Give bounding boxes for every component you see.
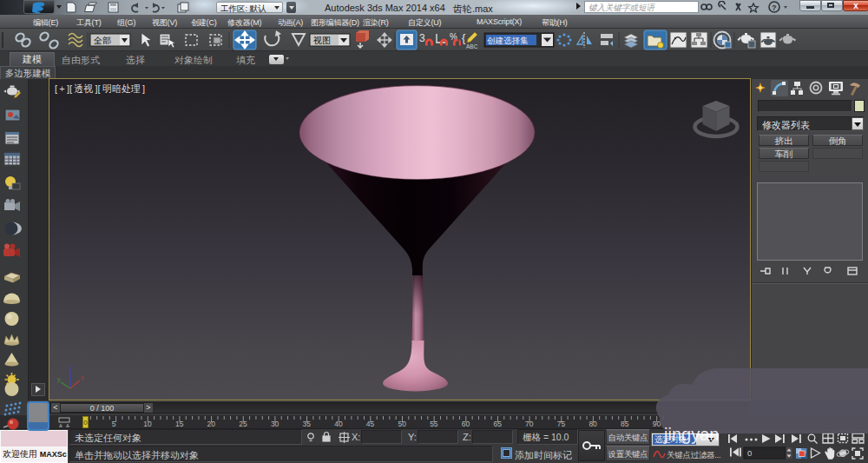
svg-text:?: ?	[772, 3, 777, 12]
svg-text:0: 0	[747, 448, 752, 458]
svg-text:3: 3	[419, 32, 425, 44]
svg-text:创建选择集: 创建选择集	[487, 36, 529, 45]
svg-text:视图: 视图	[313, 36, 331, 45]
svg-text:全部: 全部	[93, 36, 111, 45]
svg-text:{: {	[462, 31, 466, 44]
svg-text:ABC: ABC	[466, 43, 478, 50]
